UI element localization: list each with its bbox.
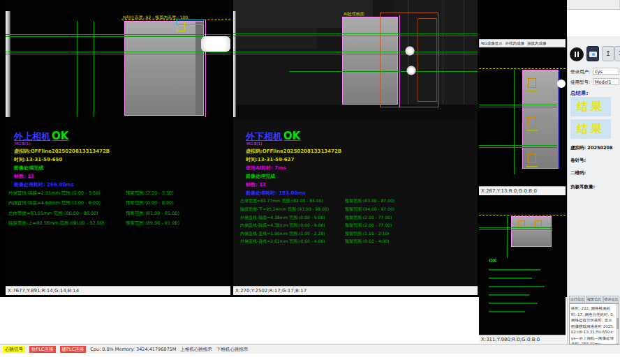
tab-run-info[interactable]: 运行信息 xyxy=(569,296,585,303)
info-log-content: 耗时: 222, 网络检测耗时: 17, 网络分类耗时: 0, 网络提取分区耗时… xyxy=(571,306,614,344)
model-field[interactable]: Model1 xyxy=(593,78,619,85)
frame-count-line: 帧数: 13 xyxy=(14,173,34,180)
roi-box-orange-inner xyxy=(418,18,437,102)
baseline-vertical xyxy=(77,21,78,117)
tab-outer-line-view[interactable]: 外线内成像 xyxy=(505,41,524,46)
tab-roi-box xyxy=(535,220,542,227)
guide-line xyxy=(479,215,566,215)
measurement-warn: 预警范围:(0.60 - 4.00) xyxy=(345,238,389,245)
baseline xyxy=(479,145,557,146)
qr-code-field: 二维码: xyxy=(570,170,586,176)
process-status-line: 图像处理完成 xyxy=(14,165,43,172)
mini-text-line xyxy=(489,311,525,312)
baseline xyxy=(233,54,478,54)
baseline xyxy=(233,36,478,36)
virtual-code-field: 虚拟码: 20250208 xyxy=(570,145,613,151)
baseline xyxy=(6,34,230,35)
measurement-warn: 预警范围:(89.00 - 91.00) xyxy=(126,220,179,227)
soft-plc-badge: 软PLC连接 xyxy=(29,346,56,353)
right-bottom-camera-view[interactable]: OK X:311;Y:980;R:0;G:0;B:0 xyxy=(479,197,566,344)
result-ok-label: OK xyxy=(52,130,68,142)
weld-highlight xyxy=(405,46,415,56)
mini-text-line xyxy=(489,269,540,271)
baseline-vertical xyxy=(94,21,94,117)
tab-coating-view[interactable]: 涂膜内成像 xyxy=(527,41,547,46)
lower-camera-heartbeat: 下相机心跳指示 xyxy=(216,347,249,353)
camera-subtext: MG:B(1) xyxy=(246,142,262,146)
light-strip xyxy=(6,11,10,117)
measurement-warn: 预警范围:(2.00 - 77.00) xyxy=(345,222,392,229)
tab-connector-highlight xyxy=(557,79,566,88)
mini-text-line xyxy=(489,303,538,304)
measurement-value: 隔膜宽度-上=90.56mm 范围:(88.00 - 92.00) xyxy=(8,220,105,227)
guide-line xyxy=(479,68,566,69)
ai-time-line: 使用AI耗时: 7ms xyxy=(246,165,286,172)
pause-button[interactable] xyxy=(570,47,584,61)
camera-subtext: MG:B(1) xyxy=(15,142,30,146)
login-user-field[interactable]: cys xyxy=(593,68,619,75)
virtual-code-line: 虚拟码:OFFline2025020813313472B xyxy=(246,148,341,155)
weld-highlight xyxy=(406,66,416,75)
tab-roi-box xyxy=(528,78,536,88)
tab-label-mark xyxy=(526,91,538,92)
machine-edge xyxy=(443,0,443,120)
result-indicator-text: 结果 xyxy=(577,122,605,137)
tab-label-mark xyxy=(526,130,538,131)
baseline xyxy=(479,105,557,105)
export-button[interactable]: ↥ xyxy=(602,46,614,61)
camera-name: 外上相机 xyxy=(14,131,50,142)
right-top-camera-view[interactable]: X:267;Y:13;R:0;G:0;B:0 xyxy=(479,47,566,195)
measurement-value: 内侧直线-隔膜=4.38mm 范围:(0.00 - 9.00) xyxy=(240,222,325,229)
camera-lens-icon xyxy=(592,53,595,56)
mini-text-line xyxy=(489,294,529,296)
pixel-coordinate-readout: X:311;Y:980;R:0;G:0;B:0 xyxy=(479,335,566,344)
baseline xyxy=(233,33,478,34)
measurement-value: 总体宽度=83.77mm 范围:(82.00 - 86.00) xyxy=(240,198,323,204)
time-line: 时间:13-31-59-627 xyxy=(246,156,294,163)
measurement-warn: 预警范围:(83.00 - 87.00) xyxy=(345,198,394,204)
pixel-coordinate-readout: X:267;Y:13;R:0;G:0;B:0 xyxy=(479,186,566,195)
measurement-value: 隔膜宽度-下=95.24mm 范围:(93.00 - 98.00) xyxy=(240,206,329,213)
edge-marker xyxy=(399,15,400,107)
measurement-value: 外侧直线-隔膜=2.91mm 范围:(2.00 - 3.50) xyxy=(8,190,101,197)
total-result-label: 总结果: xyxy=(570,90,589,97)
tab-alarm-info[interactable]: 报警信息 xyxy=(586,296,602,303)
mini-text-line xyxy=(489,278,532,279)
status-bar: 心跳信号 软PLC连接 硬PLC连接 Cpu: 0.0% Memory: 342… xyxy=(0,344,620,354)
needle-number-field: 卷针号: xyxy=(570,158,586,164)
measurement-warn: 预警范围:(1.10 - 2.10) xyxy=(345,231,389,237)
scrollbar[interactable] xyxy=(616,304,619,344)
tab-connector-highlight xyxy=(201,36,230,52)
baseline xyxy=(289,71,478,72)
mini-text-line xyxy=(489,286,545,287)
cpu-memory-status: Cpu: 0.0% Memory: 3424.41796875M xyxy=(90,347,176,352)
import-button[interactable]: ↧ xyxy=(614,46,620,61)
baseline xyxy=(233,52,478,52)
center-camera-view[interactable]: AI处理画面 外下相机OK MG:B(1) 虚拟码:OFFline2025020… xyxy=(233,0,478,295)
light-strip xyxy=(233,11,236,117)
measurement-warn: 预警范围:(2.00 - 77.00) xyxy=(345,215,392,221)
baseline xyxy=(479,147,557,148)
tab-error-info[interactable]: 错误信息 xyxy=(603,296,619,303)
battery-cell-region xyxy=(124,21,204,116)
measurement-value: 内侧直线-直线=1.90mm 范围:(1.00 - 2.20) xyxy=(240,231,325,237)
time-line: 时间:13-31-59-650 xyxy=(14,156,62,163)
upper-camera-heartbeat: 上相机心跳指示 xyxy=(180,347,212,353)
pixel-coordinate-readout: X:270;Y:2502;R:17;G:17;B:17 xyxy=(233,286,478,295)
camera-capture-button[interactable] xyxy=(586,46,599,61)
tab-ng-display[interactable]: NG成像显示 xyxy=(481,41,502,46)
baseline-vertical xyxy=(507,216,508,258)
info-log-text: 耗时: 222, 网络检测耗时: 17, 网络分类耗时: 0, 网络提取分区耗时… xyxy=(569,303,619,344)
negative-tab-count-field: 负极耳数量: xyxy=(570,184,595,190)
result-indicator-text: 结果 xyxy=(577,100,605,114)
baseline xyxy=(479,107,557,107)
pause-icon xyxy=(575,52,576,57)
baseline xyxy=(6,52,230,52)
roi-box-yellow xyxy=(177,22,185,31)
camera-name: 外下相机 xyxy=(246,131,282,142)
baseline xyxy=(479,227,552,228)
left-camera-view[interactable]: N列位高度: 93 ; 极耳内高度 : 100 外上相机OK MG:B(1) 虚… xyxy=(6,0,230,295)
hard-plc-badge: 硬PLC连接 xyxy=(60,346,87,353)
measurement-warn: 预警范围:(0.00 - 8.00) xyxy=(126,200,174,206)
process-status-line: 图像处理完成 xyxy=(246,173,275,180)
